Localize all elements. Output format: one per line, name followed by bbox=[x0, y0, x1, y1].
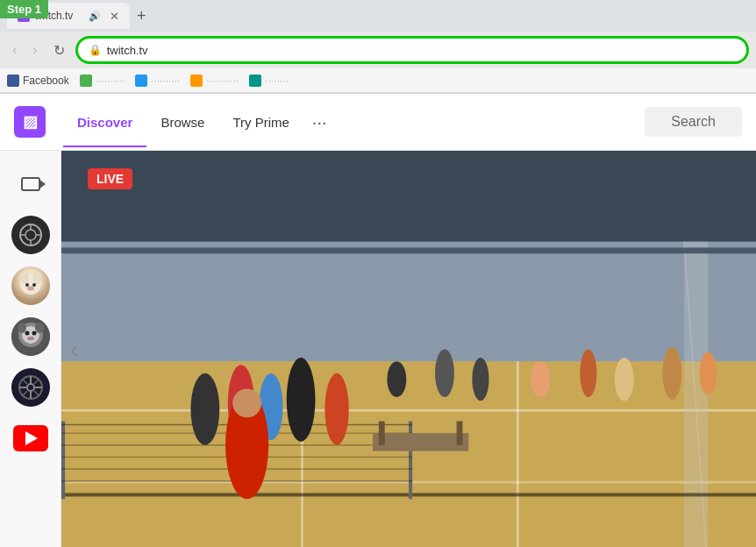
sidebar-item-dark-logo[interactable] bbox=[11, 216, 50, 254]
svg-point-9 bbox=[25, 283, 29, 287]
tab-audio-icon: 🔊 bbox=[89, 11, 101, 22]
bookmark-facebook[interactable]: Facebook bbox=[7, 75, 69, 87]
main-content: LIVE ‹ bbox=[0, 151, 756, 547]
bookmark-label-facebook: Facebook bbox=[23, 75, 69, 87]
svg-point-57 bbox=[190, 373, 219, 445]
camera-icon bbox=[21, 177, 40, 191]
youtube-play-icon bbox=[25, 431, 38, 445]
bookmark-label-2: ·········· bbox=[96, 75, 125, 87]
nav-links: Discover Browse Try Prime ··· bbox=[63, 95, 645, 150]
svg-rect-34 bbox=[61, 409, 756, 412]
svg-rect-66 bbox=[457, 421, 463, 444]
nav-more-button[interactable]: ··· bbox=[303, 95, 336, 150]
gym-video-scene bbox=[61, 151, 756, 547]
svg-point-21 bbox=[27, 384, 34, 391]
svg-point-60 bbox=[287, 358, 316, 442]
new-tab-button[interactable]: + bbox=[137, 7, 146, 25]
bookmark-favicon-2 bbox=[80, 75, 92, 87]
svg-rect-67 bbox=[61, 247, 756, 253]
step-label: Step 1 bbox=[0, 0, 48, 18]
address-bar[interactable]: 🔒 twitch.tv bbox=[75, 36, 749, 64]
address-text: twitch.tv bbox=[107, 44, 736, 57]
svg-point-10 bbox=[32, 283, 36, 287]
svg-point-7 bbox=[20, 272, 29, 284]
spoke-wheel-icon bbox=[18, 374, 44, 401]
svg-point-50 bbox=[435, 350, 454, 398]
video-area[interactable]: LIVE ‹ bbox=[61, 151, 756, 547]
svg-point-18 bbox=[35, 323, 44, 333]
nav-browse[interactable]: Browse bbox=[146, 97, 218, 147]
bookmark-label-5: ········ bbox=[265, 75, 289, 87]
svg-point-49 bbox=[387, 361, 406, 397]
lock-icon: 🔒 bbox=[89, 44, 102, 56]
svg-line-26 bbox=[22, 379, 27, 384]
live-badge: LIVE bbox=[88, 168, 132, 189]
bookmarks-bar: Facebook ·········· ·········· ·········… bbox=[0, 68, 756, 93]
svg-point-63 bbox=[232, 389, 261, 418]
bookmark-4[interactable]: ··········· bbox=[190, 75, 239, 87]
forward-button[interactable]: › bbox=[27, 40, 42, 60]
svg-rect-65 bbox=[379, 421, 385, 444]
sidebar-item-avatar-1[interactable] bbox=[11, 266, 50, 305]
bookmark-favicon-3 bbox=[135, 75, 147, 87]
sidebar-item-youtube[interactable] bbox=[11, 419, 50, 458]
svg-line-29 bbox=[22, 391, 27, 396]
svg-point-8 bbox=[32, 272, 41, 284]
bookmark-2[interactable]: ·········· bbox=[80, 75, 125, 87]
svg-point-61 bbox=[325, 373, 348, 445]
sidebar-item-spoke[interactable] bbox=[11, 368, 50, 407]
svg-rect-36 bbox=[517, 361, 519, 547]
svg-line-27 bbox=[34, 391, 39, 396]
bookmark-label-4: ··········· bbox=[206, 75, 239, 87]
twitch-nav: ▨ Discover Browse Try Prime ··· Search bbox=[0, 94, 756, 151]
youtube-icon bbox=[13, 425, 48, 451]
svg-point-55 bbox=[662, 347, 681, 400]
bookmark-favicon-5 bbox=[249, 75, 261, 87]
twitch-app: ▨ Discover Browse Try Prime ··· Search bbox=[0, 94, 756, 547]
avatar-husky-icon bbox=[11, 317, 50, 356]
sidebar bbox=[0, 151, 61, 547]
tab-bar: twitch.tv 🔊 ✕ + bbox=[0, 0, 756, 32]
back-button[interactable]: ‹ bbox=[7, 40, 22, 60]
search-button[interactable]: Search bbox=[645, 107, 742, 137]
svg-point-11 bbox=[27, 287, 34, 291]
browser-chrome: twitch.tv 🔊 ✕ + ‹ › ↻ 🔒 twitch.tv Facebo… bbox=[0, 0, 756, 94]
bookmark-5[interactable]: ········ bbox=[249, 75, 289, 87]
svg-line-28 bbox=[34, 379, 39, 384]
bookmark-3[interactable]: ·········· bbox=[135, 75, 180, 87]
sidebar-item-avatar-2[interactable] bbox=[11, 317, 50, 356]
svg-point-19 bbox=[27, 337, 34, 340]
dark-logo-icon bbox=[18, 223, 43, 247]
svg-point-51 bbox=[472, 358, 489, 401]
avatar-dog-icon bbox=[11, 266, 50, 305]
bookmark-favicon-facebook bbox=[7, 75, 19, 87]
bookmark-favicon-4 bbox=[190, 75, 203, 87]
nav-discover[interactable]: Discover bbox=[63, 97, 146, 147]
svg-point-16 bbox=[32, 331, 36, 336]
svg-point-1 bbox=[25, 230, 36, 240]
svg-point-53 bbox=[580, 350, 596, 398]
prev-button[interactable]: ‹ bbox=[70, 336, 78, 364]
svg-rect-64 bbox=[373, 433, 468, 451]
twitch-logo-mark: ▨ bbox=[23, 112, 38, 131]
sidebar-item-camera[interactable] bbox=[11, 165, 50, 203]
bookmark-label-3: ·········· bbox=[151, 75, 180, 87]
twitch-logo[interactable]: ▨ bbox=[14, 106, 46, 138]
reload-button[interactable]: ↻ bbox=[48, 40, 70, 60]
address-bar-row: ‹ › ↻ 🔒 twitch.tv bbox=[0, 32, 756, 68]
nav-try-prime[interactable]: Try Prime bbox=[218, 97, 303, 147]
svg-point-15 bbox=[25, 331, 29, 336]
svg-point-52 bbox=[531, 361, 550, 397]
svg-point-17 bbox=[18, 323, 26, 333]
svg-point-56 bbox=[700, 352, 717, 394]
svg-point-54 bbox=[615, 358, 634, 401]
tab-close-button[interactable]: ✕ bbox=[110, 10, 119, 23]
